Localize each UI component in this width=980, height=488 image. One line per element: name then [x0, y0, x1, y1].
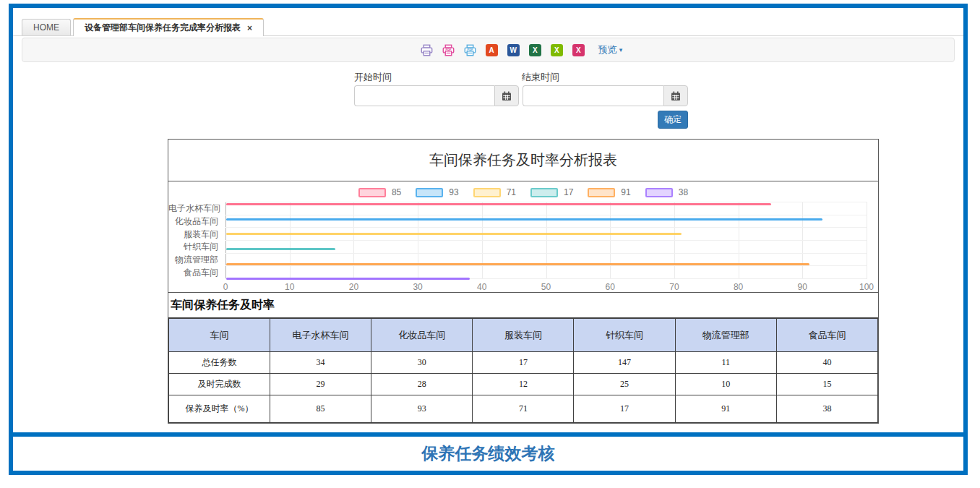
x-axis-tick: 100	[859, 282, 874, 292]
filter-actions: 确定	[13, 111, 963, 129]
end-time-calendar-button[interactable]	[663, 85, 688, 106]
table-row-label: 及时完成数	[169, 374, 270, 395]
legend-item[interactable]: 93	[416, 187, 458, 197]
table-cell: 38	[776, 395, 877, 423]
bar-chart: 859371179138 电子水杯车间化妆品车间服装车间针织车间物流管理部食品车…	[168, 181, 878, 293]
toolbar-print-printer-icon[interactable]	[421, 44, 433, 56]
chart-bar	[226, 263, 809, 265]
chart-plot	[225, 202, 867, 279]
chart-bar	[226, 233, 682, 235]
table-header-cell: 物流管理部	[675, 319, 776, 352]
toolbar-export-excel-paged-icon[interactable]: X	[551, 44, 563, 56]
toolbar-pdf-print-printer-icon[interactable]: PDF	[464, 44, 476, 56]
table-header-row: 车间电子水杯车间化妆品车间服装车间针织车间物流管理部食品车间	[169, 319, 878, 352]
chart-band	[225, 228, 867, 241]
start-time-calendar-button[interactable]	[494, 85, 519, 106]
table-row: 及时完成数292812251015	[169, 374, 878, 395]
toolbar-export-excel-icon[interactable]: X	[529, 44, 541, 56]
table-cell: 15	[776, 374, 877, 395]
table-header-cell: 车间	[169, 319, 270, 352]
x-axis-tick: 20	[349, 282, 358, 292]
report-title: 车间保养任务及时率分析报表	[168, 140, 878, 181]
legend-label: 85	[392, 187, 401, 197]
chart-band	[225, 266, 867, 279]
table-cell: 34	[270, 352, 371, 374]
chart-band	[225, 202, 867, 215]
legend-item[interactable]: 91	[588, 187, 630, 197]
end-time-input[interactable]	[523, 85, 663, 106]
legend-label: 91	[621, 187, 630, 197]
grid-line	[867, 202, 867, 279]
tab-home[interactable]: HOME	[22, 19, 71, 35]
x-axis-tick: 70	[669, 282, 679, 292]
preview-dropdown[interactable]: 预览 ▾	[598, 43, 623, 56]
legend-swatch	[358, 188, 386, 197]
filter-labels: 开始时间 结束时间	[13, 71, 963, 84]
calendar-icon	[502, 91, 512, 101]
legend-swatch	[645, 188, 673, 197]
toolbar-export-excel-sheet-icon[interactable]: X	[572, 44, 585, 56]
legend-item[interactable]: 85	[358, 187, 401, 197]
chart-bar	[226, 248, 335, 250]
legend-label: 71	[507, 187, 516, 197]
x-axis-tick: 50	[541, 282, 551, 292]
y-axis-label: 服装车间	[168, 228, 218, 240]
x-axis-tick: 10	[285, 282, 294, 292]
tab-close-icon[interactable]: ×	[247, 24, 252, 33]
confirm-button[interactable]: 确定	[658, 111, 688, 129]
toolbar-export-word-icon[interactable]: W	[507, 44, 520, 56]
chart-band	[225, 215, 867, 228]
tab-bar: HOME 设备管理部车间保养任务完成率分析报表 ×	[13, 18, 963, 36]
calendar-icon	[671, 91, 681, 101]
y-axis-label: 食品车间	[168, 267, 218, 279]
table-row-label: 保养及时率（%）	[169, 395, 270, 423]
chart-bar	[226, 203, 771, 205]
chart-bar	[226, 218, 822, 221]
app-frame: HOME 设备管理部车间保养任务完成率分析报表 × PDF	[9, 4, 968, 475]
table-cell: 12	[473, 374, 574, 395]
chart-band	[225, 254, 867, 267]
end-time-label: 结束时间	[522, 71, 559, 84]
table-cell: 91	[675, 395, 776, 423]
table-cell: 147	[574, 352, 675, 374]
legend-item[interactable]: 71	[473, 187, 516, 197]
table-row-label: 总任务数	[169, 352, 270, 374]
legend-item[interactable]: 38	[645, 187, 688, 197]
legend-label: 93	[449, 187, 458, 197]
table-cell: 40	[776, 352, 877, 374]
y-axis-label: 电子水杯车间	[168, 202, 218, 214]
start-time-input[interactable]	[354, 85, 494, 106]
x-axis-tick: 0	[223, 282, 228, 292]
table-cell: 25	[574, 374, 675, 395]
toolbar-icons: PDF PDF AWXXX	[421, 44, 585, 56]
chevron-down-icon: ▾	[619, 46, 623, 53]
table-cell: 93	[371, 395, 473, 423]
table-cell: 85	[270, 395, 371, 423]
table-cell: 17	[574, 395, 675, 423]
table-caption: 车间保养任务及时率	[168, 293, 878, 318]
table-cell: 28	[371, 374, 473, 395]
table-cell: 30	[371, 352, 473, 374]
x-axis-tick: 40	[477, 282, 486, 292]
report-table: 车间电子水杯车间化妆品车间服装车间针织车间物流管理部食品车间 总任务数34301…	[168, 318, 878, 423]
legend-swatch	[473, 188, 501, 197]
table-body: 总任务数3430171471140及时完成数292812251015保养及时率（…	[169, 352, 878, 423]
tab-home-label: HOME	[33, 22, 59, 33]
x-axis-tick: 60	[606, 282, 615, 292]
toolbar-export-pdf-icon[interactable]: A	[486, 44, 498, 56]
report-container: 车间保养任务及时率分析报表 859371179138 电子水杯车间化妆品车间服装…	[168, 139, 879, 424]
svg-text:PDF: PDF	[445, 48, 451, 51]
chart-legend: 859371179138	[168, 187, 878, 197]
tab-report[interactable]: 设备管理部车间保养任务完成率分析报表 ×	[73, 18, 264, 36]
chart-band	[225, 241, 867, 254]
chart-bands	[225, 202, 867, 279]
start-time-label: 开始时间	[354, 71, 392, 84]
legend-swatch	[588, 188, 615, 197]
table-header-cell: 化妆品车间	[371, 319, 473, 352]
legend-item[interactable]: 17	[530, 187, 573, 197]
table-header-cell: 电子水杯车间	[270, 319, 371, 352]
chart-x-axis: 0102030405060708090100	[225, 282, 867, 293]
legend-label: 38	[679, 187, 688, 197]
x-axis-tick: 30	[413, 282, 422, 292]
toolbar-pdf-print-flash-printer-icon[interactable]: PDF	[442, 44, 455, 56]
